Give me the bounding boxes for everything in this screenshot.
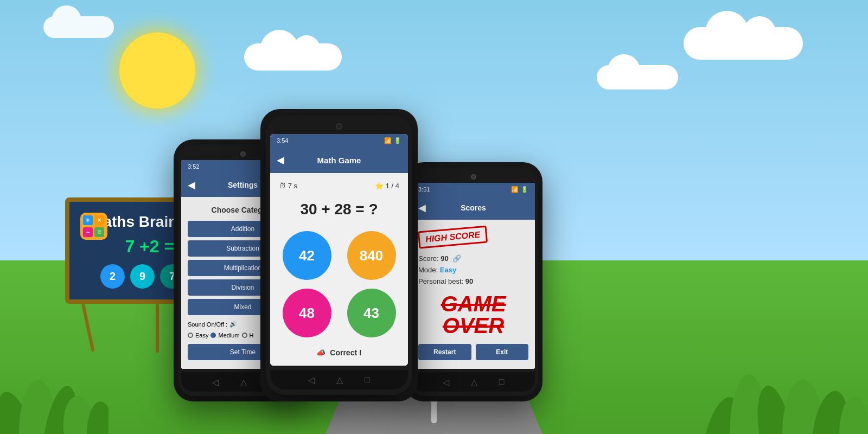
cloud-3 [597,65,678,90]
board-icon: + × − = [80,213,107,240]
settings-camera [240,151,246,157]
icon-plus: + [83,215,93,225]
scores-back-arrow[interactable]: ◀ [418,202,426,214]
game-over-text: GAME OVER [418,293,528,336]
megaphone-icon: 📣 [316,348,326,357]
cloud-2 [684,27,803,60]
scores-header: ◀ Scores [412,196,535,220]
mode-value: Easy [440,266,456,274]
correct-banner: 📣 Correct ! [316,348,361,357]
icon-times: × [94,215,104,225]
settings-back-arrow[interactable]: ◀ [188,179,195,191]
answer-840[interactable]: 840 [347,231,396,280]
correct-text: Correct ! [330,348,361,357]
game-battery-icon: 🔋 [394,137,401,144]
easel-leg-center [156,304,159,353]
answer-42[interactable]: 42 [283,231,331,280]
answer-48[interactable]: 48 [283,289,331,337]
scores-battery-icon: 🔋 [521,186,528,193]
exit-button[interactable]: Exit [476,344,529,360]
scores-body: HiGH SCORE Score: 90 🔗 Mode: Easy Person… [412,220,535,369]
scores-nav-back[interactable]: ◁ [443,377,449,387]
nav-home-icon[interactable]: △ [240,377,247,387]
mode-label: Mode: [418,266,438,274]
game-header: ◀ Math Game [270,147,408,173]
radio-medium[interactable] [210,333,216,338]
scores-nav-home[interactable]: △ [471,377,477,387]
answer-43[interactable]: 43 [347,289,396,337]
board-answer-9[interactable]: 9 [130,264,155,289]
game-nav-back[interactable]: ◁ [308,375,315,385]
game-equation: 30 + 28 = ? [300,201,378,218]
scores-buttons: Restart Exit [418,344,528,360]
game-timer: ⏱ 7 s [279,182,297,190]
score-number: 90 [441,254,448,263]
cloud-1 [244,43,342,71]
game-over-line2: OVER [418,315,528,336]
mode-row: Mode: Easy [418,266,528,274]
diff-hard-label: H [250,332,254,339]
high-score-stamp: HiGH SCORE [418,226,488,249]
scores-header-title: Scores [461,203,486,212]
game-body: ⏱ 7 s ⭐ 1 / 4 30 + 28 = ? 42 840 [270,173,408,366]
easel-leg-left [81,303,95,352]
sound-icon[interactable]: 🔊 [229,321,237,328]
scores-phone: 3:51 📶 🔋 ◀ Scores HiGH SCORE Score: [404,162,542,401]
phones-wrapper: 3:52 📶 🔋 ◀ Settings Choose Category Addi… [174,76,542,401]
game-screen: 3:54 📶 🔋 ◀ Math Game ⏱ [270,134,408,366]
icon-minus: − [83,227,93,237]
scores-status-icons: 📶 🔋 [511,186,528,193]
scores-wifi-icon: 📶 [511,186,519,193]
timer-value: 7 s [288,182,297,190]
game-over-line1: GAME [418,293,528,315]
score-label: Score: [418,254,439,263]
personal-best-row: Personal best: 90 [418,277,528,285]
scores-nav-bar: ◁ △ □ [412,372,535,392]
game-nav-bar: ◁ △ □ [270,370,408,390]
scores-camera [471,174,476,180]
scores-status-bar: 3:51 📶 🔋 [412,183,535,196]
game-answers-grid: 42 840 48 43 [279,231,399,337]
game-nav-recent[interactable]: □ [365,375,370,385]
settings-time: 3:52 [188,163,199,170]
score-value: 1 / 4 [386,182,399,190]
timer-icon: ⏱ [279,182,286,190]
grass-right-1 [705,244,868,434]
game-wifi-icon: 📶 [384,137,392,144]
personal-best-label: Personal best: [418,277,463,285]
sound-label: Sound On/Off : [188,321,227,328]
diff-easy-label: Easy [195,332,208,339]
game-header-title: Math Game [317,156,361,165]
board-answer-2[interactable]: 2 [100,264,125,289]
game-status-icons: 📶 🔋 [384,137,401,144]
game-back-arrow[interactable]: ◀ [277,154,284,166]
settings-header-title: Settings [228,181,258,189]
radio-hard[interactable] [242,333,247,338]
score-row: Score: 90 🔗 [418,254,528,263]
scores-time: 3:51 [418,186,430,193]
game-status-bar: 3:54 📶 🔋 [270,134,408,147]
share-icon[interactable]: 🔗 [452,254,461,263]
restart-button[interactable]: Restart [418,344,471,360]
scores-screen: 3:51 📶 🔋 ◀ Scores HiGH SCORE Score: [412,183,535,369]
game-camera [336,123,342,130]
scores-nav-recent[interactable]: □ [499,377,505,387]
main-game-phone: 3:54 📶 🔋 ◀ Math Game ⏱ [260,109,418,401]
diff-medium-label: Medium [218,332,239,339]
personal-best-value: 90 [465,277,473,285]
icon-equals: = [94,227,104,237]
star-icon: ⭐ [375,182,384,190]
game-score-display: ⭐ 1 / 4 [375,182,399,190]
game-timer-row: ⏱ 7 s ⭐ 1 / 4 [279,182,399,190]
nav-back-icon[interactable]: ◁ [212,377,219,387]
cloud-4 [43,16,114,38]
radio-easy[interactable] [188,333,193,338]
game-time: 3:54 [277,137,288,144]
game-nav-home[interactable]: △ [336,375,343,385]
